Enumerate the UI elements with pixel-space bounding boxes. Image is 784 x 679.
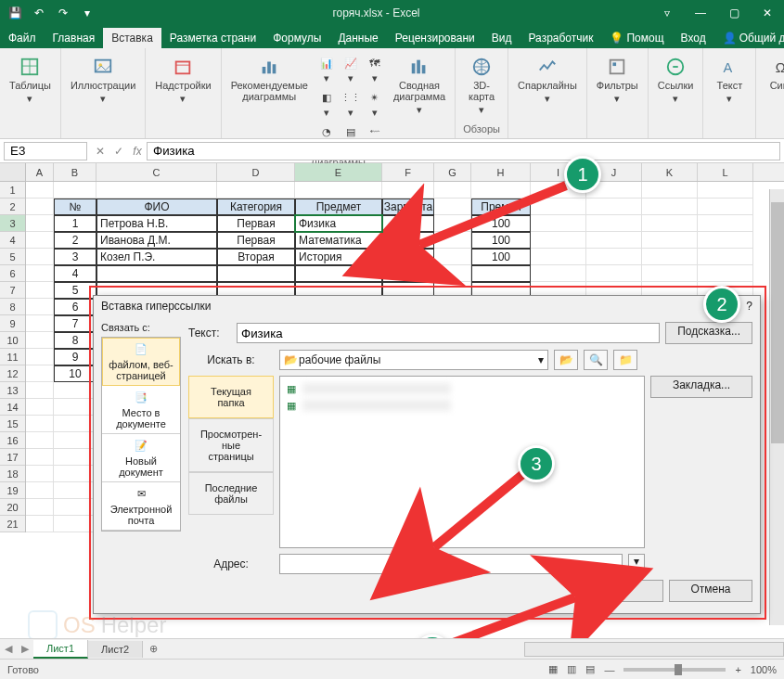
cell[interactable] — [26, 365, 54, 382]
cell[interactable] — [26, 299, 54, 315]
cell[interactable] — [26, 482, 54, 499]
view-pagebreak-button[interactable]: ▤ — [585, 663, 595, 675]
address-dropdown-button[interactable]: ▾ — [628, 554, 645, 574]
col-header[interactable]: I — [531, 163, 586, 181]
cell[interactable] — [26, 182, 54, 199]
cell[interactable] — [698, 249, 753, 265]
cell[interactable] — [26, 516, 54, 532]
cell[interactable]: Премия — [471, 199, 531, 215]
cell[interactable] — [26, 466, 54, 482]
cell[interactable]: № — [54, 199, 96, 215]
lookin-dropdown[interactable]: 📂 рабочие файлы ▾ — [279, 350, 548, 370]
row-header[interactable]: 15 — [0, 416, 25, 432]
cell[interactable]: Категория — [217, 199, 295, 215]
col-header[interactable]: G — [434, 163, 471, 181]
cell[interactable] — [54, 482, 96, 499]
maximize-button[interactable]: ▢ — [717, 0, 751, 26]
tables-button[interactable]: Таблицы▾ — [6, 54, 55, 107]
cell[interactable]: 100 — [471, 232, 531, 249]
tab-review[interactable]: Рецензировани — [387, 28, 483, 48]
zoom-out-button[interactable]: — — [604, 664, 614, 675]
row-header[interactable]: 21 — [0, 516, 25, 532]
text-input[interactable] — [237, 323, 660, 343]
cell[interactable] — [26, 249, 54, 265]
browse-tab-viewed[interactable]: Просмотрен- ные страницы — [188, 418, 274, 472]
cell[interactable]: 4 — [54, 265, 96, 282]
name-box[interactable] — [4, 142, 87, 160]
tab-help[interactable]: 💡Помощ — [601, 28, 672, 48]
cancel-button[interactable]: Отмена — [669, 580, 752, 602]
tab-data[interactable]: Данные — [329, 28, 386, 48]
browse-web-button[interactable]: 🔍 — [584, 350, 608, 370]
cell[interactable]: Вторая — [217, 249, 295, 265]
zoom-slider[interactable] — [623, 668, 726, 672]
cell[interactable] — [434, 199, 471, 215]
cell[interactable] — [26, 432, 54, 449]
zoom-thumb[interactable] — [675, 664, 682, 675]
bookmark-button[interactable]: Закладка... — [650, 376, 752, 398]
add-sheet-button[interactable]: ⊕ — [143, 643, 163, 655]
formula-cancel-button[interactable]: ✕ — [91, 145, 109, 158]
tab-share[interactable]: 👤Общий доступ — [714, 28, 784, 48]
line-chart-button[interactable]: 📈▾ — [340, 54, 362, 86]
cell[interactable]: 200 — [382, 249, 434, 265]
hierarchy-chart-button[interactable]: ◧▾ — [315, 88, 338, 121]
cell[interactable] — [586, 182, 642, 199]
cell[interactable] — [26, 399, 54, 416]
cell[interactable] — [26, 232, 54, 249]
cell[interactable] — [698, 232, 753, 249]
dialog-help-button[interactable]: ? — [746, 300, 752, 313]
row-header[interactable]: 8 — [0, 299, 25, 315]
browse-tab-recent[interactable]: Последние файлы — [188, 472, 274, 515]
cell[interactable] — [531, 199, 586, 215]
cell[interactable] — [434, 265, 471, 282]
cell[interactable]: Петрова Н.В. — [96, 215, 217, 232]
tab-developer[interactable]: Разработчик — [520, 28, 601, 48]
row-header[interactable]: 17 — [0, 449, 25, 466]
filters-button[interactable]: Фильтры▾ — [593, 54, 642, 107]
cell[interactable]: 8 — [54, 332, 96, 349]
tab-insert[interactable]: Вставка — [103, 28, 161, 48]
cell[interactable] — [698, 215, 753, 232]
cell[interactable] — [434, 249, 471, 265]
illustrations-button[interactable]: Иллюстрации▾ — [67, 54, 139, 107]
file-item[interactable]: ▦ — [284, 380, 640, 397]
cell[interactable]: Первая — [217, 232, 295, 249]
cell[interactable] — [96, 182, 217, 199]
cell[interactable]: Козел П.Э. — [96, 249, 217, 265]
col-header[interactable]: L — [698, 163, 753, 181]
tab-view[interactable]: Вид — [483, 28, 521, 48]
up-folder-button[interactable]: 📂 — [554, 350, 578, 370]
cell[interactable] — [26, 215, 54, 232]
cell[interactable] — [586, 232, 642, 249]
tab-layout[interactable]: Разметка страни — [161, 28, 264, 48]
cell[interactable] — [642, 182, 698, 199]
cell[interactable]: 100 — [471, 215, 531, 232]
col-header[interactable]: F — [382, 163, 434, 181]
address-input[interactable] — [279, 554, 623, 574]
cell[interactable] — [54, 466, 96, 482]
cell[interactable] — [26, 449, 54, 466]
cell[interactable] — [642, 199, 698, 215]
cell[interactable] — [642, 265, 698, 282]
cell[interactable]: История — [295, 249, 382, 265]
col-header[interactable]: C — [96, 163, 217, 181]
sheet-nav-next[interactable]: ▶ — [17, 643, 33, 655]
cell[interactable] — [586, 215, 642, 232]
tab-formulas[interactable]: Формулы — [264, 28, 329, 48]
cell[interactable] — [26, 499, 54, 516]
cell[interactable] — [295, 182, 382, 199]
cell[interactable] — [642, 232, 698, 249]
cell[interactable]: 100 — [471, 249, 531, 265]
cell[interactable]: 1 — [54, 215, 96, 232]
row-header[interactable]: 10 — [0, 332, 25, 349]
vertical-scrollbar[interactable] — [769, 189, 784, 625]
col-header[interactable]: A — [26, 163, 54, 181]
row-header[interactable]: 6 — [0, 265, 25, 282]
zoom-in-button[interactable]: + — [735, 664, 740, 675]
link-tab-file-web[interactable]: 📄файлом, веб- страницей — [102, 338, 180, 386]
sheet-tab-2[interactable]: Лист2 — [88, 641, 143, 658]
cell[interactable] — [642, 249, 698, 265]
cell[interactable] — [54, 416, 96, 432]
cell[interactable]: ФИО — [96, 199, 217, 215]
